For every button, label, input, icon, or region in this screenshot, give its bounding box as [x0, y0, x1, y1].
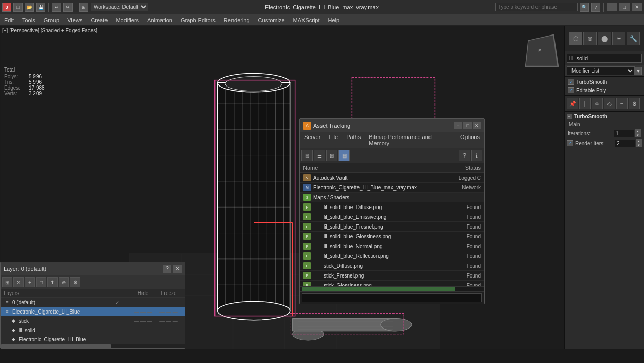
- menu-views[interactable]: Views: [63, 14, 86, 26]
- editable-poly-checkbox[interactable]: ✓: [568, 87, 574, 93]
- asset-row-maps[interactable]: S Maps / Shaders: [300, 193, 484, 202]
- asset-panel-winbtns: − □ ✕: [454, 122, 481, 129]
- asset-info-btn[interactable]: ℹ: [471, 150, 482, 161]
- render-iters-up-btn[interactable]: ▲: [636, 139, 642, 143]
- asset-row-reflection[interactable]: P lil_solid_blue_Reflection.png Found: [300, 251, 484, 261]
- menu-group[interactable]: Group: [40, 14, 64, 26]
- close-btn[interactable]: ✕: [632, 3, 642, 11]
- menu-animation[interactable]: Animation: [143, 14, 176, 26]
- orientation-cube[interactable]: P: [525, 34, 559, 67]
- asset-minimize-btn[interactable]: −: [454, 122, 462, 129]
- hierarchy-panel-icon[interactable]: ⊕: [583, 32, 597, 45]
- redo-btn[interactable]: ↪: [63, 3, 73, 12]
- channel-info-btn[interactable]: |: [579, 98, 591, 109]
- layer-row-ecigblue[interactable]: ≡ Electronic_Cigarette_Lil_Blue — — — — …: [1, 307, 185, 316]
- turbosmooth-checkbox[interactable]: ✓: [568, 79, 574, 85]
- viewport[interactable]: [+] [Perspective] [Shaded + Edged Faces]…: [0, 26, 564, 349]
- menu-edit[interactable]: Edit: [0, 14, 18, 26]
- vertex-paint-btn[interactable]: ✏: [592, 98, 603, 109]
- modifier-list-dropdown[interactable]: Modifier List: [567, 66, 635, 75]
- viewport-navigation-widget[interactable]: P: [519, 30, 560, 71]
- maps-group-icon: S: [303, 194, 311, 201]
- asset-close-btn[interactable]: ✕: [473, 122, 481, 129]
- asset-list-view-btn[interactable]: ⊟: [301, 150, 313, 161]
- asset-menu-bitmap[interactable]: Bitmap Performance and Memory: [365, 132, 456, 148]
- turbosmooth-mod-item[interactable]: ✓ TurboSmooth: [566, 78, 643, 86]
- turbosmooth-collapse-btn[interactable]: −: [567, 114, 572, 119]
- iterations-up-btn[interactable]: ▲: [635, 129, 641, 133]
- asset-menu-paths[interactable]: Paths: [342, 132, 365, 148]
- editable-poly-mod-item[interactable]: ✓ Editable Poly: [566, 86, 643, 94]
- asset-help-btn[interactable]: ?: [459, 150, 470, 161]
- asset-row-vault[interactable]: V Autodesk Vault Logged C: [300, 173, 484, 183]
- layer-add-btn[interactable]: +: [25, 277, 35, 287]
- layer-help-btn[interactable]: ?: [163, 265, 171, 273]
- motion-panel-icon[interactable]: ⬤: [598, 32, 611, 45]
- workspace-icon[interactable]: ⊞: [79, 3, 88, 12]
- asset-detail-view-btn[interactable]: ☰: [314, 150, 325, 161]
- menu-modifiers[interactable]: Modifiers: [112, 14, 143, 26]
- modifier-list-arrow[interactable]: ▼: [635, 67, 642, 75]
- modify-panel-icon[interactable]: ⬡: [569, 32, 582, 45]
- open-btn[interactable]: 📂: [25, 3, 34, 12]
- save-btn[interactable]: 💾: [36, 3, 45, 12]
- make-unique-btn[interactable]: ◇: [604, 98, 615, 109]
- render-iters-down-btn[interactable]: ▼: [636, 143, 642, 147]
- asset-row-stick-fresnel[interactable]: P stick_Fresnel.png Found: [300, 271, 484, 281]
- layer-close-btn[interactable]: ✕: [173, 265, 182, 273]
- asset-row-normal[interactable]: P lil_solid_blue_Normal.png Found: [300, 241, 484, 251]
- menu-help[interactable]: Help: [324, 14, 344, 26]
- menu-maxscript[interactable]: MAXScript: [289, 14, 324, 26]
- iterations-down-btn[interactable]: ▼: [635, 133, 641, 137]
- workspace-selector[interactable]: Workspace: Default: [91, 3, 148, 11]
- asset-row-emissive[interactable]: P lil_solid_blue_Emissive.png Found: [300, 212, 484, 222]
- asset-menu-server[interactable]: Server: [300, 132, 325, 148]
- configure-modifier-btn[interactable]: ⚙: [629, 98, 640, 109]
- menu-customize[interactable]: Customize: [254, 14, 289, 26]
- layer-move-btn[interactable]: ⬆: [47, 277, 58, 287]
- app-logo[interactable]: 3: [2, 3, 11, 12]
- help-btn[interactable]: ?: [591, 3, 600, 12]
- asset-row-glossiness[interactable]: P lil_solid_blue_Glossiness.png Found: [300, 232, 484, 241]
- object-name-input[interactable]: [567, 54, 642, 63]
- asset-maximize-btn[interactable]: □: [463, 122, 472, 129]
- layer-scrollbar[interactable]: [1, 344, 185, 348]
- menu-tools[interactable]: Tools: [18, 14, 40, 26]
- search-btn[interactable]: 🔍: [580, 3, 589, 12]
- layer-settings-btn[interactable]: ⚙: [70, 277, 80, 287]
- layer-row-ecig2[interactable]: ◆ Electronic_Cigarette_Lil_Blue — — — — …: [1, 335, 185, 344]
- maximize-btn[interactable]: □: [619, 3, 630, 11]
- utilities-panel-icon[interactable]: 🔧: [627, 32, 640, 45]
- layer-select-btn[interactable]: □: [36, 277, 46, 287]
- menu-rendering[interactable]: Rendering: [220, 14, 254, 26]
- layer-row-default[interactable]: ≡ 0 (default) ✓ — — — — — —: [1, 298, 185, 307]
- iterations-input[interactable]: 1: [614, 130, 634, 137]
- layer-panel-header[interactable]: Layer: 0 (default) ? ✕: [1, 262, 185, 275]
- asset-menu-options[interactable]: Options: [456, 132, 484, 148]
- asset-menu-file[interactable]: File: [325, 132, 342, 148]
- undo-btn[interactable]: ↩: [52, 3, 61, 12]
- layer-delete-btn[interactable]: ✕: [13, 277, 24, 287]
- render-iters-input[interactable]: 2: [615, 140, 635, 147]
- asset-table-view-btn[interactable]: ▦: [338, 150, 350, 161]
- search-input[interactable]: [495, 3, 578, 11]
- asset-grid-view-btn[interactable]: ⊞: [326, 150, 337, 161]
- asset-row-diffuse[interactable]: P lil_solid_blue_Diffuse.png Found: [300, 202, 484, 212]
- asset-row-stick-gloss[interactable]: P stick_Glossiness.png Found: [300, 281, 484, 286]
- layer-row-lilsolid[interactable]: ◆ lil_solid — — — — — —: [1, 325, 185, 335]
- display-panel-icon[interactable]: ☀: [612, 32, 625, 45]
- render-iters-checkbox[interactable]: ✓: [567, 140, 573, 146]
- asset-row-fresnel[interactable]: P lil_solid_blue_Fresnel.png Found: [300, 222, 484, 232]
- menu-graph-editors[interactable]: Graph Editors: [176, 14, 220, 26]
- layer-new-btn[interactable]: ⊞: [2, 277, 12, 287]
- asset-search-input[interactable]: [302, 293, 482, 302]
- minimize-btn[interactable]: −: [607, 3, 617, 11]
- menu-create[interactable]: Create: [86, 14, 112, 26]
- asset-row-maxfile[interactable]: M Electronic_Cigarette_Lil_Blue_max_vray…: [300, 183, 484, 193]
- layer-merge-btn[interactable]: ⊕: [59, 277, 69, 287]
- layer-row-stick[interactable]: ◆ stick — — — — — —: [1, 316, 185, 325]
- pin-stack-btn[interactable]: 📌: [567, 98, 578, 109]
- new-btn[interactable]: □: [13, 3, 23, 12]
- remove-modifier-btn[interactable]: −: [616, 98, 628, 109]
- asset-row-stick-diffuse[interactable]: P stick_Diffuse.png Found: [300, 261, 484, 271]
